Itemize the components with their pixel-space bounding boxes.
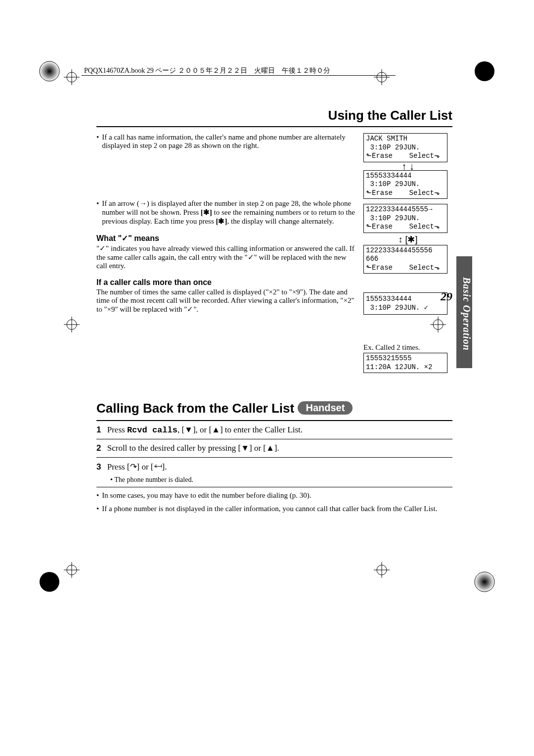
svg-point-21	[475, 572, 494, 592]
manual-page: PQQX14670ZA.book 29 ページ ２００５年２月２２日 火曜日 午…	[0, 0, 534, 756]
handset-badge: Handset	[298, 401, 353, 415]
footnote-2: • If a phone number is not displayed in …	[96, 505, 452, 513]
step-1: 1 Press Rcvd calls, [▼], or [▲] to enter…	[96, 425, 452, 435]
check-paragraph: "✓" indicates you have already viewed th…	[96, 244, 356, 270]
step-number: 3	[96, 462, 101, 472]
header-rule	[82, 75, 396, 76]
rule	[96, 439, 452, 439]
lcd-display: 1222333444455556 666 ⬑Erase Select⬎	[363, 245, 447, 274]
page-number: 29	[441, 290, 452, 303]
star-key: [✱]	[201, 208, 212, 216]
rule	[96, 457, 452, 458]
lcd-display: 122233344445555→ 3:10P 29JUN. ⬑Erase Sel…	[363, 204, 447, 233]
page-content: Using the Caller List • If a call has na…	[96, 108, 452, 518]
step-2: 2 Scroll to the desired caller by pressi…	[96, 443, 452, 453]
bullet-1: • If a call has name information, the ca…	[96, 133, 356, 150]
step-3: 3 Press [↷] or [⬶].	[96, 462, 452, 472]
crosshair-icon	[64, 317, 86, 338]
bullet-icon: •	[96, 505, 99, 513]
section-title-2: Calling Back from the Caller List Handse…	[96, 401, 452, 416]
book-header: PQQX14670ZA.book 29 ページ ２００５年２月２２日 火曜日 午…	[84, 66, 330, 75]
crosshair-icon	[374, 562, 396, 584]
step-number: 2	[96, 443, 101, 453]
updown-arrow-icon: ↑ ↓	[363, 163, 452, 169]
registration-mark-icon	[39, 60, 60, 82]
svg-point-7	[475, 61, 494, 81]
rule	[96, 420, 452, 421]
softkey-label: Rcvd calls	[127, 425, 178, 435]
bullet-icon: •	[96, 133, 99, 150]
lcd-display: 15553334444 3:10P 29JUN. ⬑Erase Select⬎	[363, 170, 447, 199]
title-rule	[96, 126, 452, 127]
crosshair-icon	[64, 562, 86, 584]
step-3-note: • The phone number is dialed.	[110, 476, 452, 484]
footnote-1: • In some cases, you may have to edit th…	[96, 491, 452, 500]
lcd-display: JACK SMITH 3:10P 29JUN. ⬑Erase Select⬎	[363, 133, 447, 162]
crosshair-icon	[64, 69, 86, 91]
section-title: Using the Caller List	[96, 108, 452, 123]
svg-point-14	[40, 572, 59, 592]
star-key: [✱]	[216, 217, 227, 225]
bullet-1-text: If a call has name information, the call…	[102, 133, 356, 150]
lcd-column: JACK SMITH 3:10P 29JUN. ⬑Erase Select⬎ ↑…	[363, 133, 452, 374]
step-number: 1	[96, 425, 101, 434]
example-label: Ex. Called 2 times.	[363, 343, 452, 352]
bullet-icon: •	[96, 199, 99, 226]
lcd-display: 15553334444 3:10P 29JUN. ✓	[363, 292, 447, 315]
section-tab: Basic Operation	[456, 256, 472, 368]
rule	[96, 487, 452, 487]
svg-point-0	[40, 61, 59, 81]
registration-mark-icon	[39, 571, 60, 593]
subheading-check: What "✓" means	[96, 234, 356, 243]
registration-mark-icon	[474, 60, 495, 82]
lcd-display: 15553215555 11:20A 12JUN. ×2	[363, 353, 447, 373]
crosshair-icon	[374, 69, 396, 91]
bullet-2: • If an arrow (→) is displayed after the…	[96, 199, 356, 226]
star-toggle-icon: ↕ [✱]	[363, 234, 452, 245]
bullet-2-text: If an arrow (→) is displayed after the n…	[102, 199, 356, 226]
repeat-paragraph: The number of times the same caller call…	[96, 288, 356, 314]
subheading-repeat: If a caller calls more than once	[96, 278, 356, 287]
bullet-icon: •	[96, 491, 99, 500]
registration-mark-icon	[474, 571, 495, 593]
